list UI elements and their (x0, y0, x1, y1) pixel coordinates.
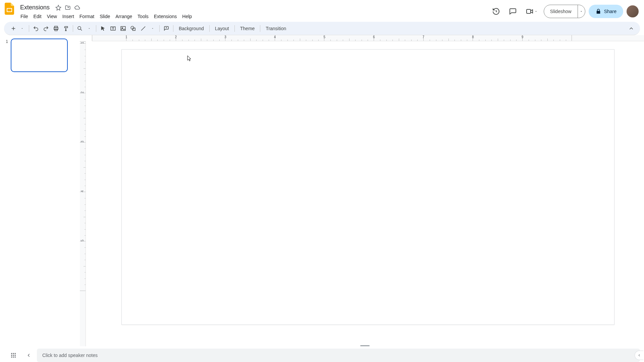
body: 1 1 2 3 4 5 6 7 8 9 1 2 3 4 5 (0, 35, 644, 346)
theme-button[interactable]: Theme (237, 24, 258, 33)
menu-file[interactable]: File (18, 12, 31, 20)
share-button[interactable]: Share (589, 5, 623, 18)
menubar: File Edit View Insert Format Slide Arran… (18, 12, 487, 20)
svg-rect-1 (7, 9, 11, 11)
collapse-toolbar-button[interactable] (627, 24, 636, 33)
menu-tools[interactable]: Tools (135, 12, 151, 20)
menu-slide[interactable]: Slide (97, 12, 112, 20)
svg-rect-19 (13, 357, 14, 358)
svg-rect-14 (15, 353, 16, 354)
menu-extensions[interactable]: Extensions (152, 12, 179, 20)
canvas-area: 1 2 3 4 5 6 7 8 9 1 2 3 4 5 (80, 35, 644, 346)
canvas-background[interactable] (86, 41, 644, 346)
share-label: Share (604, 9, 616, 14)
svg-rect-12 (11, 353, 12, 354)
separator (234, 25, 235, 32)
shape-tool[interactable] (128, 24, 138, 33)
separator (159, 25, 160, 32)
app-logo[interactable] (3, 3, 15, 15)
new-slide-button[interactable] (9, 24, 18, 33)
layout-button[interactable]: Layout (212, 24, 232, 33)
slide-number: 1 (4, 39, 8, 44)
star-icon[interactable] (54, 4, 62, 12)
textbox-tool[interactable] (108, 24, 118, 33)
separator (73, 25, 73, 32)
menu-arrange[interactable]: Arrange (113, 12, 135, 20)
slide-thumbnail-row: 1 (4, 39, 76, 72)
present-dropdown[interactable] (578, 5, 585, 18)
svg-rect-8 (121, 26, 125, 31)
horizontal-ruler[interactable]: 1 2 3 4 5 6 7 8 9 (92, 35, 644, 41)
header: Extensions File Edit View Insert Format … (0, 0, 644, 20)
svg-rect-15 (11, 355, 12, 356)
meet-icon[interactable] (523, 5, 540, 18)
undo-button[interactable] (31, 24, 41, 33)
background-button[interactable]: Background (175, 24, 207, 33)
svg-rect-2 (527, 9, 531, 13)
line-dropdown[interactable] (148, 24, 157, 33)
cloud-status-icon[interactable] (73, 4, 81, 12)
svg-rect-16 (13, 355, 14, 356)
new-slide-dropdown[interactable] (17, 24, 27, 33)
bottom-left-controls (0, 351, 37, 359)
zoom-button[interactable] (75, 24, 85, 33)
separator (96, 25, 96, 32)
bottom-bar: Click to add speaker notes (0, 346, 644, 362)
svg-rect-17 (15, 355, 16, 356)
title-icons (54, 4, 81, 12)
separator (173, 25, 173, 32)
title-area: Extensions File Edit View Insert Format … (18, 3, 487, 20)
svg-rect-13 (13, 353, 14, 354)
separator (260, 25, 260, 32)
speaker-notes-input[interactable]: Click to add speaker notes (37, 349, 640, 362)
toolbar: Background Layout Theme Transition (4, 22, 640, 35)
lock-icon (595, 8, 601, 14)
menu-edit[interactable]: Edit (31, 12, 44, 20)
zoom-dropdown[interactable] (85, 24, 94, 33)
select-tool[interactable] (98, 24, 108, 33)
collapse-filmstrip-icon[interactable] (25, 351, 33, 359)
grid-view-icon[interactable] (9, 351, 17, 359)
line-tool[interactable] (139, 24, 148, 33)
present-group: Slideshow (544, 5, 585, 18)
paint-format-button[interactable] (61, 24, 71, 33)
comment-tool[interactable] (162, 24, 171, 33)
cursor-icon (187, 55, 192, 61)
move-folder-icon[interactable] (64, 4, 72, 12)
header-right: Slideshow Share (489, 3, 639, 18)
svg-rect-18 (11, 357, 12, 358)
image-tool[interactable] (118, 24, 128, 33)
menu-help[interactable]: Help (180, 12, 194, 20)
account-avatar[interactable] (627, 5, 639, 17)
print-button[interactable] (51, 24, 61, 33)
menu-format[interactable]: Format (77, 12, 97, 20)
separator (29, 25, 29, 32)
explore-tab[interactable] (635, 351, 643, 360)
vertical-ruler[interactable]: 1 2 3 4 5 (80, 41, 86, 346)
separator (209, 25, 210, 32)
transition-button[interactable]: Transition (262, 24, 289, 33)
slideshow-button[interactable]: Slideshow (544, 5, 578, 18)
svg-rect-20 (15, 357, 16, 358)
title-row: Extensions (18, 3, 487, 12)
comment-icon[interactable] (506, 5, 520, 18)
menu-insert[interactable]: Insert (60, 12, 76, 20)
slide-canvas[interactable] (121, 49, 614, 325)
version-history-icon[interactable] (489, 5, 503, 18)
menu-view[interactable]: View (45, 12, 59, 20)
svg-point-6 (78, 26, 81, 29)
slide-thumbnail[interactable] (11, 39, 68, 72)
new-slide-group (9, 24, 27, 33)
filmstrip[interactable]: 1 (0, 35, 80, 346)
redo-button[interactable] (41, 24, 51, 33)
speaker-notes-split-handle[interactable] (360, 345, 370, 346)
doc-title[interactable]: Extensions (18, 3, 52, 12)
